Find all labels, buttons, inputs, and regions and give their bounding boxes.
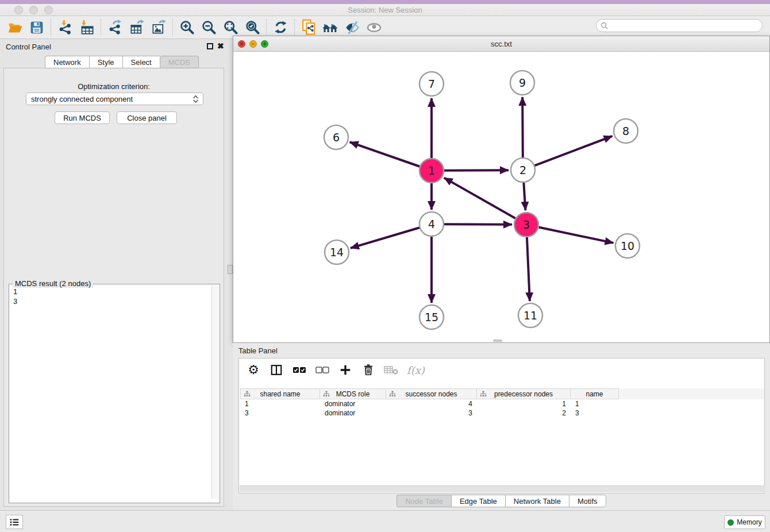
graph-node-label-4: 4: [428, 218, 435, 230]
node-table-box: ⚙: [238, 358, 765, 494]
export-network-icon[interactable]: [106, 18, 124, 37]
graph-edge-1-2[interactable]: [444, 170, 509, 171]
memory-status-icon: [727, 519, 734, 526]
graph-node-label-6: 6: [333, 131, 340, 144]
window-resize-grip[interactable]: [493, 340, 502, 342]
column-header-predecessor-nodes[interactable]: predecessor nodes: [477, 388, 571, 399]
tab-network[interactable]: Network: [45, 56, 89, 68]
tab-motifs[interactable]: Motifs: [569, 495, 606, 507]
graph-edge-2-9[interactable]: [522, 97, 523, 157]
cell-mcds-role: dominator: [320, 399, 386, 408]
graph-edge-3-11[interactable]: [527, 237, 530, 301]
control-panel-header: Control Panel ✖: [0, 39, 228, 54]
criterion-value: strongly connected component: [31, 95, 133, 103]
column-header-mcds-role[interactable]: MCDS role: [320, 388, 386, 399]
result-scrollbar[interactable]: [211, 285, 219, 499]
cell-mcds-role: dominator: [320, 408, 386, 418]
cell-name: 1: [571, 399, 619, 408]
tab-node-table[interactable]: Node Table: [396, 495, 451, 507]
mcds-result-box: MCDS result (2 nodes) 1 3: [9, 284, 220, 503]
memory-button[interactable]: Memory: [724, 515, 765, 529]
import-table-icon[interactable]: [78, 18, 96, 37]
table-settings-gear-icon[interactable]: ⚙: [246, 361, 261, 379]
graph-node-label-1: 1: [428, 164, 435, 177]
graph-edge-1-6[interactable]: [350, 142, 420, 166]
unselect-all-columns-icon[interactable]: [315, 361, 330, 379]
graph-edge-4-14[interactable]: [351, 228, 419, 248]
graph-edge-2-8[interactable]: [535, 136, 613, 165]
network-graph: 7968124314101511: [233, 52, 769, 342]
graph-edge-3-1[interactable]: [444, 178, 515, 218]
float-panel-icon[interactable]: [207, 43, 213, 49]
select-all-columns-icon[interactable]: [292, 361, 307, 379]
cell-successor-nodes: 3: [386, 408, 477, 418]
graph-node-label-2: 2: [519, 164, 526, 176]
cell-shared-name: 3: [240, 408, 320, 418]
graph-node-label-11: 11: [523, 309, 537, 322]
new-network-from-selection-icon[interactable]: [299, 18, 318, 37]
function-builder-icon[interactable]: f(x): [407, 361, 425, 379]
graph-node-label-15: 15: [425, 311, 438, 323]
table-horizontal-scrollbar[interactable]: [240, 485, 765, 492]
column-header-name[interactable]: name: [571, 388, 619, 399]
close-panel-icon[interactable]: ✖: [217, 41, 224, 51]
status-bar: Memory: [0, 510, 770, 532]
refresh-icon[interactable]: [271, 18, 290, 37]
tab-select[interactable]: Select: [122, 56, 160, 68]
graph-edge-3-10[interactable]: [539, 228, 614, 243]
graph-node-label-14: 14: [330, 246, 344, 259]
show-columns-icon[interactable]: [269, 361, 284, 379]
column-header-shared-name[interactable]: shared name: [240, 388, 320, 399]
network-canvas[interactable]: 7968124314101511: [233, 52, 769, 342]
window-titlebar: Session: New Session: [0, 0, 770, 16]
graph-node-label-3: 3: [523, 218, 530, 231]
zoom-selected-icon[interactable]: [243, 18, 261, 37]
zoom-out-icon[interactable]: [199, 18, 218, 37]
show-all-icon[interactable]: [365, 18, 383, 37]
tab-network-table[interactable]: Network Table: [505, 495, 569, 507]
table-row[interactable]: 3 dominator 3 2 3: [240, 408, 764, 418]
cell-name: 3: [571, 408, 619, 418]
memory-label: Memory: [737, 518, 761, 526]
criterion-select[interactable]: strongly connected component: [26, 92, 203, 105]
hierarchy-icon: [389, 391, 396, 398]
close-panel-button[interactable]: Close panel: [117, 111, 177, 124]
graph-node-label-10: 10: [621, 240, 634, 252]
network-window-title: scc.txt: [233, 40, 769, 48]
export-image-icon[interactable]: [149, 18, 168, 37]
graph-node-label-7: 7: [428, 78, 435, 90]
save-session-icon[interactable]: [28, 18, 46, 37]
task-history-button[interactable]: [6, 515, 23, 529]
graph-edge-2-3[interactable]: [523, 183, 525, 210]
table-row[interactable]: 1 dominator 4 1 1: [240, 399, 764, 408]
optimization-criterion-label: Optimization criterion:: [4, 82, 224, 91]
column-header-successor-nodes[interactable]: successor nodes: [386, 388, 477, 399]
graph-edge-4-3[interactable]: [444, 224, 512, 225]
table-toolbar: ⚙: [239, 358, 764, 381]
table-panel: Table Panel ✖ ⚙: [233, 343, 770, 510]
run-mcds-button[interactable]: Run MCDS: [55, 111, 110, 124]
create-column-plus-icon[interactable]: [338, 361, 353, 379]
mcds-result-lines: 1 3: [9, 287, 212, 306]
delete-table-icon[interactable]: [384, 361, 399, 379]
select-stepper-icon: [193, 95, 198, 103]
zoom-in-icon[interactable]: [178, 18, 196, 37]
application-window: Session: New Session: [0, 0, 770, 532]
open-file-icon[interactable]: [6, 18, 24, 37]
import-network-icon[interactable]: [56, 18, 74, 37]
graph-node-label-9: 9: [519, 76, 526, 89]
hide-selected-icon[interactable]: [343, 18, 361, 37]
zoom-fit-icon[interactable]: [221, 18, 240, 37]
delete-column-trash-icon[interactable]: [361, 361, 376, 379]
hierarchy-icon: [323, 391, 330, 398]
list-icon: [9, 518, 20, 527]
search-input[interactable]: [611, 22, 762, 30]
tab-mcds[interactable]: MCDS: [160, 56, 199, 68]
panel-splitter-handle[interactable]: [228, 265, 233, 274]
node-table: shared name MCDS role successor nodes pr…: [240, 388, 764, 418]
export-table-icon[interactable]: [128, 18, 146, 37]
tab-edge-table[interactable]: Edge Table: [451, 495, 505, 507]
cell-successor-nodes: 4: [386, 399, 477, 408]
first-neighbors-icon[interactable]: [321, 18, 340, 37]
tab-style[interactable]: Style: [89, 56, 122, 68]
